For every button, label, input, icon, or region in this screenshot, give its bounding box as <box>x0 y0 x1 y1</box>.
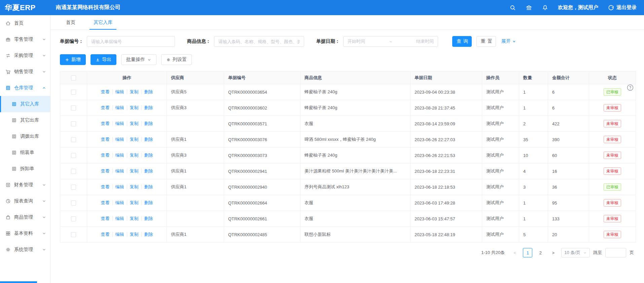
action-edit-link[interactable]: 编辑 <box>112 137 127 142</box>
row-checkbox[interactable] <box>71 105 76 111</box>
supplier-cell: 供应商1 <box>167 227 224 243</box>
action-view-link[interactable]: 查看 <box>98 168 112 174</box>
status-badge: 未审核 <box>604 120 621 127</box>
action-edit-link[interactable]: 编辑 <box>112 168 127 174</box>
page-2-button[interactable]: 2 <box>536 248 545 257</box>
action-delete-link[interactable]: 删除 <box>141 168 156 174</box>
action-edit-link[interactable]: 编辑 <box>112 153 127 158</box>
export-button[interactable]: 导出 <box>91 54 116 65</box>
action-edit-link[interactable]: 编辑 <box>112 121 127 126</box>
action-delete-link[interactable]: 删除 <box>141 153 156 158</box>
action-view-link[interactable]: 查看 <box>98 105 112 110</box>
action-copy-link[interactable]: 复制 <box>127 137 141 142</box>
operator-cell: 测试用户 <box>482 195 519 211</box>
logout-button[interactable]: 退出登录 <box>608 4 637 11</box>
action-copy-link[interactable]: 复制 <box>127 232 141 237</box>
date-range-input[interactable]: 开始时间 ~ 结束时间 <box>343 36 438 47</box>
sidebar-item[interactable]: 其它出库 <box>0 112 50 128</box>
row-checkbox[interactable] <box>71 185 76 190</box>
download-icon <box>96 58 100 62</box>
action-edit-link[interactable]: 编辑 <box>112 200 127 205</box>
row-checkbox[interactable] <box>71 200 76 206</box>
goods-info-input[interactable] <box>218 39 300 44</box>
bell-icon[interactable] <box>542 4 548 11</box>
sidebar-item[interactable]: 组装单 <box>0 145 50 161</box>
sidebar-item[interactable]: 系统管理 <box>0 242 50 258</box>
action-delete-link[interactable]: 删除 <box>141 137 156 142</box>
bill-no-cell: QTRK00000003571 <box>224 116 300 132</box>
qty-cell: 1 <box>519 211 548 227</box>
row-checkbox[interactable] <box>71 216 76 221</box>
action-delete-link[interactable]: 删除 <box>141 184 156 189</box>
add-button[interactable]: 新增 <box>60 54 86 65</box>
amount-cell: 6 <box>548 84 589 100</box>
prev-page-button[interactable]: < <box>510 248 520 257</box>
page-1-button[interactable]: 1 <box>523 248 532 257</box>
action-delete-link[interactable]: 删除 <box>141 89 156 94</box>
bill-no-input[interactable] <box>91 39 171 44</box>
action-view-link[interactable]: 查看 <box>98 232 112 237</box>
action-view-link[interactable]: 查看 <box>98 184 112 189</box>
page-size-select[interactable]: 10 条/页 <box>561 248 590 257</box>
sidebar-item[interactable]: 其它入库 <box>0 96 50 112</box>
action-delete-link[interactable]: 删除 <box>141 105 156 110</box>
action-copy-link[interactable]: 复制 <box>127 184 141 189</box>
chevron-down-icon <box>147 58 151 62</box>
action-edit-link[interactable]: 编辑 <box>112 216 127 221</box>
sidebar-item[interactable]: 报表查询 <box>0 193 50 209</box>
action-delete-link[interactable]: 删除 <box>141 200 156 205</box>
help-icon[interactable] <box>627 84 634 91</box>
sidebar-item[interactable]: 零售管理 <box>0 31 50 48</box>
row-checkbox[interactable] <box>71 169 76 174</box>
sidebar-item[interactable]: 采购管理 <box>0 48 50 64</box>
jump-page-input[interactable] <box>605 248 626 257</box>
action-view-link[interactable]: 查看 <box>98 200 112 205</box>
tab-other-inbound[interactable]: 其它入库 <box>87 15 118 30</box>
sidebar-item[interactable]: 财务管理 <box>0 177 50 193</box>
sidebar-item[interactable]: 首页 <box>0 15 50 31</box>
sidebar-item[interactable]: 调拨出库 <box>0 128 50 145</box>
goods-cell: 美汁源果粒橙 500ml 美汁美汁美汁美汁美汁美... <box>300 163 410 179</box>
action-copy-link[interactable]: 复制 <box>127 153 141 158</box>
next-page-button[interactable]: > <box>548 248 558 257</box>
search-icon[interactable] <box>509 4 516 11</box>
row-checkbox[interactable] <box>71 232 76 237</box>
sidebar-item[interactable]: 商品管理 <box>0 209 50 225</box>
sidebar-item[interactable]: 拆卸单 <box>0 161 50 177</box>
sidebar-item[interactable]: 仓库管理 <box>0 80 50 96</box>
action-delete-link[interactable]: 删除 <box>141 232 156 237</box>
search-button[interactable]: 查询 <box>452 36 472 47</box>
row-checkbox[interactable] <box>71 137 76 142</box>
row-checkbox[interactable] <box>71 153 76 158</box>
action-edit-link[interactable]: 编辑 <box>112 105 127 110</box>
row-checkbox[interactable] <box>71 90 76 95</box>
column-settings-button[interactable]: 列设置 <box>161 54 192 65</box>
action-edit-link[interactable]: 编辑 <box>112 232 127 237</box>
action-delete-link[interactable]: 删除 <box>141 216 156 221</box>
action-view-link[interactable]: 查看 <box>98 121 112 126</box>
sidebar-item[interactable]: 基本资料 <box>0 225 50 242</box>
action-copy-link[interactable]: 复制 <box>127 105 141 110</box>
bank-icon[interactable] <box>526 4 532 11</box>
action-view-link[interactable]: 查看 <box>98 89 112 94</box>
action-copy-link[interactable]: 复制 <box>127 216 141 221</box>
action-view-link[interactable]: 查看 <box>98 137 112 142</box>
row-actions: 查看编辑复制删除 <box>87 227 167 243</box>
sidebar-item[interactable]: 销售管理 <box>0 64 50 80</box>
action-copy-link[interactable]: 复制 <box>127 200 141 205</box>
action-view-link[interactable]: 查看 <box>98 216 112 221</box>
action-copy-link[interactable]: 复制 <box>127 168 141 174</box>
action-edit-link[interactable]: 编辑 <box>112 89 127 94</box>
select-all-checkbox[interactable] <box>71 75 76 81</box>
action-view-link[interactable]: 查看 <box>98 153 112 158</box>
action-edit-link[interactable]: 编辑 <box>112 184 127 189</box>
batch-actions-button[interactable]: 批量操作 <box>121 54 156 65</box>
chevron-down-icon <box>42 54 46 58</box>
row-checkbox[interactable] <box>71 121 76 126</box>
tab-home[interactable]: 首页 <box>60 15 81 30</box>
expand-link[interactable]: 展开 <box>501 38 516 44</box>
action-copy-link[interactable]: 复制 <box>127 89 141 94</box>
action-delete-link[interactable]: 删除 <box>141 121 156 126</box>
reset-button[interactable]: 重置 <box>476 36 496 47</box>
action-copy-link[interactable]: 复制 <box>127 121 141 126</box>
